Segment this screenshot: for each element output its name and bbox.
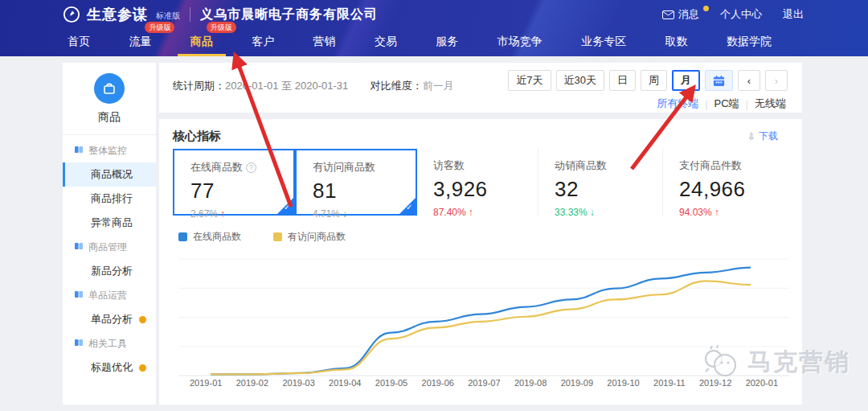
sidebar-item-label: 整体监控	[88, 144, 127, 158]
top-header: 生意参谋 标准版 义乌市晨晰电子商务有限公司 消息 个人中心 退出 首页流量升级…	[0, 0, 868, 56]
nav-tab-3[interactable]: 客户	[250, 30, 276, 56]
separator: |	[746, 98, 748, 110]
panel-title: 核心指标	[173, 129, 221, 144]
nav-tab-label: 市场竞争	[497, 35, 542, 47]
sidebar-item-label: 单品分析	[91, 312, 133, 327]
orange-dot-badge	[139, 364, 146, 372]
download-button[interactable]: ⇩ 下载	[747, 129, 778, 143]
sidebar-module-header: 商品	[63, 63, 156, 135]
metric-label: 有访问商品数	[313, 160, 375, 175]
range-button-3[interactable]: 周	[641, 70, 667, 91]
x-tick-label: 2019-08	[514, 378, 547, 388]
nav-tab-0[interactable]: 首页	[66, 30, 92, 56]
selected-check-icon: ✓	[276, 197, 294, 215]
next-period-button[interactable]: ›	[765, 70, 788, 91]
sidebar-item-2[interactable]: 商品排行	[63, 187, 156, 211]
metric-label: 支付商品件数	[679, 158, 742, 173]
sidebar-item-label: 单品运营	[88, 289, 127, 302]
metric-label: 访客数	[433, 158, 465, 173]
nav-tab-label: 服务	[436, 35, 458, 47]
x-tick-label: 2019-01	[190, 378, 222, 388]
terminal-option-1[interactable]: PC端	[714, 97, 739, 111]
legend-swatch	[273, 232, 282, 241]
range-button-4[interactable]: 月	[672, 70, 700, 91]
metric-card-0[interactable]: 在线商品数?772.67%↑✓	[173, 149, 295, 216]
sidebar-item-5[interactable]: 新品分析	[63, 259, 156, 283]
sidebar-menu: 整体监控商品概况商品排行异常商品商品管理新品分析单品运营单品分析相关工具标题优化	[63, 135, 156, 380]
nav-tab-label: 营销	[313, 35, 336, 47]
nav-tab-label: 取数	[665, 35, 688, 47]
period-panel: 统计周期：2020-01-01 至 2020-01-31 对比维度：前一月 近7…	[159, 63, 802, 113]
user-center-link[interactable]: 个人中心	[720, 7, 762, 22]
nav-tab-6[interactable]: 服务	[434, 30, 460, 56]
sidebar-item-3[interactable]: 异常商品	[63, 211, 156, 235]
sidebar-item-label: 标题优化	[91, 360, 133, 375]
book-icon	[74, 338, 84, 350]
sidebar-item-label: 商品管理	[88, 240, 127, 254]
prev-period-button[interactable]: ‹	[738, 70, 760, 91]
nav-tab-label: 客户	[252, 35, 274, 47]
upgrade-badge: 升级版	[207, 22, 236, 33]
range-button-2[interactable]: 日	[609, 70, 636, 91]
metric-change: 33.33%	[555, 207, 588, 218]
nav-tab-4[interactable]: 营销	[312, 30, 338, 56]
x-tick-label: 2019-07	[468, 378, 500, 388]
compass-logo-icon	[63, 6, 80, 23]
down-arrow-icon: ↓	[342, 208, 347, 220]
nav-tab-label: 业务专区	[581, 35, 626, 47]
nav-tab-9[interactable]: 取数	[664, 30, 690, 56]
nav-tab-8[interactable]: 业务专区	[579, 30, 628, 56]
metric-card-1[interactable]: 有访问商品数814.71%↓✓	[295, 149, 417, 216]
edition-label: 标准版	[156, 10, 180, 22]
sidebar-item-1[interactable]: 商品概况	[63, 162, 156, 187]
notification-dot	[703, 6, 709, 11]
metric-card-2[interactable]: 访客数3,92687.40%↑	[417, 149, 538, 216]
company-name: 义乌市晨晰电子商务有限公司	[200, 6, 378, 23]
nav-tab-2[interactable]: 商品升级版	[189, 30, 215, 56]
range-button-0[interactable]: 近7天	[508, 70, 551, 91]
metric-card-4[interactable]: 支付商品件数24,96694.03%↑	[663, 149, 792, 216]
metric-card-3[interactable]: 动销商品数3233.33%↓	[538, 149, 663, 216]
nav-tab-label: 流量	[129, 35, 151, 47]
metric-value: 3,926	[433, 177, 530, 202]
line-series	[211, 281, 751, 374]
logout-link[interactable]: 退出	[783, 7, 804, 22]
range-button-1[interactable]: 近30天	[556, 70, 604, 91]
book-icon	[74, 241, 84, 253]
orange-dot-badge	[139, 316, 146, 323]
x-tick-label: 2019-04	[329, 378, 361, 388]
nav-tab-label: 首页	[68, 35, 90, 47]
info-icon[interactable]: ?	[246, 162, 256, 173]
sidebar-item-7[interactable]: 单品分析	[63, 307, 156, 331]
legend-label: 有访问商品数	[288, 230, 346, 244]
sidebar-item-label: 相关工具	[88, 337, 127, 351]
x-tick-label: 2019-03	[282, 378, 314, 388]
legend-swatch	[178, 232, 187, 241]
metric-label: 在线商品数	[190, 160, 243, 175]
book-icon	[74, 290, 84, 302]
stat-period-text: 统计周期：2020-01-01 至 2020-01-31 对比维度：前一月	[173, 79, 454, 93]
sidebar-item-9[interactable]: 标题优化	[63, 356, 156, 380]
legend-item-1[interactable]: 有访问商品数	[273, 230, 346, 244]
sidebar-item-4: 商品管理	[63, 235, 156, 259]
nav-tab-1[interactable]: 流量升级版	[127, 30, 153, 56]
messages-link[interactable]: 消息	[662, 7, 699, 22]
terminal-option-0[interactable]: 所有终端	[657, 97, 698, 111]
sidebar-item-label: 异常商品	[91, 216, 133, 230]
envelope-icon	[662, 10, 674, 19]
nav-tab-label: 交易	[375, 35, 397, 47]
date-range-buttons: 近7天近30天日周月‹›	[508, 70, 788, 91]
terminal-option-2[interactable]: 无线端	[755, 97, 786, 111]
calendar-icon-button[interactable]	[705, 70, 733, 91]
nav-tab-5[interactable]: 交易	[373, 30, 399, 56]
nav-tab-10[interactable]: 数据学院	[725, 30, 773, 56]
legend-item-0[interactable]: 在线商品数	[178, 230, 241, 244]
book-icon	[74, 145, 84, 157]
download-icon: ⇩	[747, 131, 755, 142]
nav-tab-7[interactable]: 市场竞争	[496, 30, 544, 56]
x-tick-label: 2019-10	[607, 378, 639, 388]
trend-chart	[178, 251, 789, 381]
sidebar-item-6: 单品运营	[63, 283, 156, 307]
selected-check-icon: ✓	[399, 197, 416, 215]
nav-tab-label: 数据学院	[727, 35, 772, 47]
